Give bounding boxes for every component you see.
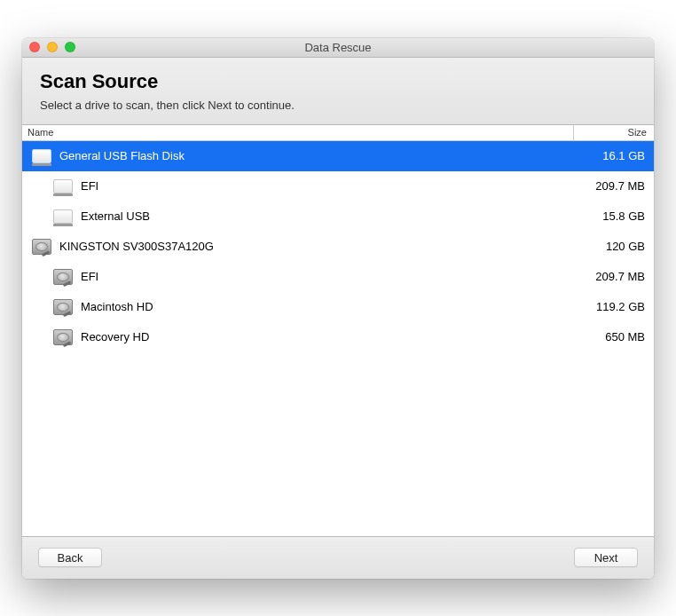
drive-size: 650 MB <box>565 330 645 344</box>
zoom-icon[interactable] <box>65 42 75 52</box>
drive-size: 119.2 GB <box>565 300 645 313</box>
drive-name: Macintosh HD <box>81 300 565 313</box>
drive-name: General USB Flash Disk <box>59 149 565 162</box>
drive-name: KINGSTON SV300S37A120G <box>59 240 565 253</box>
internal-drive-icon <box>53 329 73 345</box>
drive-list-header: Name Size <box>22 125 654 141</box>
drive-row[interactable]: General USB Flash Disk16.1 GB <box>22 141 654 171</box>
internal-drive-icon <box>53 269 73 285</box>
drive-name: EFI <box>81 270 565 283</box>
external-drive-icon <box>53 209 73 224</box>
drive-size: 16.1 GB <box>565 149 645 162</box>
footer: Back Next <box>22 536 654 579</box>
drive-list[interactable]: General USB Flash Disk16.1 GBEFI209.7 MB… <box>22 141 654 536</box>
external-drive-icon <box>53 179 73 193</box>
drive-row[interactable]: EFI209.7 MB <box>22 171 654 201</box>
next-button[interactable]: Next <box>574 548 638 567</box>
drive-name: External USB <box>81 209 565 223</box>
drive-name: Recovery HD <box>81 330 565 344</box>
column-header-name[interactable]: Name <box>22 125 574 140</box>
app-window: Data Rescue Scan Source Select a drive t… <box>22 38 654 579</box>
window-title: Data Rescue <box>22 41 654 54</box>
drive-row[interactable]: External USB15.8 GB <box>22 201 654 232</box>
drive-name: EFI <box>81 179 565 193</box>
drive-size: 209.7 MB <box>565 270 645 283</box>
drive-row[interactable]: Macintosh HD119.2 GB <box>22 292 654 322</box>
drive-size: 15.8 GB <box>565 209 645 223</box>
drive-size: 120 GB <box>565 240 645 253</box>
page-title: Scan Source <box>40 70 636 93</box>
internal-drive-icon <box>32 239 51 255</box>
window-controls <box>29 42 75 52</box>
drive-row[interactable]: EFI209.7 MB <box>22 262 654 292</box>
drive-row[interactable]: Recovery HD650 MB <box>22 322 654 352</box>
page-subtitle: Select a drive to scan, then click Next … <box>40 99 636 112</box>
back-button[interactable]: Back <box>38 548 102 567</box>
internal-drive-icon <box>53 299 73 315</box>
drive-row[interactable]: KINGSTON SV300S37A120G120 GB <box>22 232 654 262</box>
column-header-size[interactable]: Size <box>574 125 654 140</box>
minimize-icon[interactable] <box>47 42 58 52</box>
external-drive-icon <box>32 149 51 163</box>
drive-size: 209.7 MB <box>565 179 645 193</box>
close-icon[interactable] <box>29 42 40 52</box>
titlebar: Data Rescue <box>22 38 654 58</box>
page-header: Scan Source Select a drive to scan, then… <box>22 58 654 125</box>
